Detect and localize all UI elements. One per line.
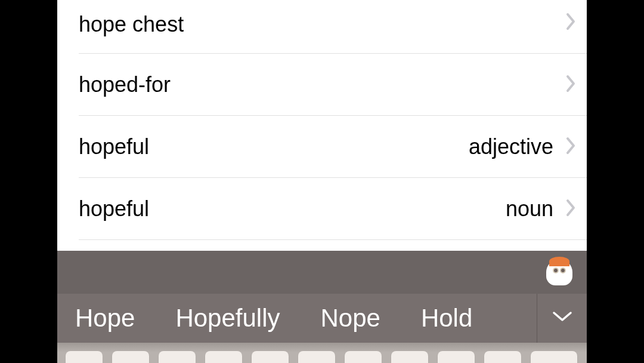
chevron-right-icon (565, 12, 577, 33)
keyboard-suggestions-bar: Hope Hopefully Nope Hold (57, 294, 587, 343)
collapse-suggestions-button[interactable] (537, 294, 587, 343)
word-label: hope chest (79, 12, 184, 37)
keyboard-toolbar (57, 251, 587, 294)
chevron-down-icon (552, 310, 573, 326)
list-item[interactable]: hopeful adjective (79, 116, 587, 178)
chevron-right-icon (565, 74, 577, 96)
chevron-right-icon (565, 136, 577, 158)
mascot-icon[interactable] (546, 259, 572, 285)
app-container: hope chest hoped-for hopeful adjective (57, 0, 587, 363)
word-label: hoped-for (79, 72, 171, 97)
row-right-group: adjective (469, 134, 577, 159)
suggestion-item[interactable]: Nope (301, 304, 401, 333)
suggestion-item[interactable]: Hopefully (155, 304, 300, 333)
keyboard-top-edge (57, 343, 587, 363)
part-of-speech-label: adjective (469, 134, 553, 159)
suggestion-item[interactable]: Hope (57, 304, 155, 333)
list-item[interactable]: hoped-for (79, 54, 587, 116)
row-right-group (565, 12, 577, 33)
row-right-group (565, 74, 577, 96)
word-label: hopeful (79, 196, 149, 222)
part-of-speech-label: noun (506, 196, 553, 222)
suggestion-item[interactable]: Hold (401, 304, 493, 333)
word-list: hope chest hoped-for hopeful adjective (57, 0, 587, 251)
list-item[interactable]: hopeful noun (79, 178, 587, 240)
list-item[interactable]: hope chest (79, 0, 587, 54)
word-label: hopeful (79, 134, 149, 159)
chevron-right-icon (565, 198, 577, 220)
row-right-group: noun (506, 196, 577, 222)
